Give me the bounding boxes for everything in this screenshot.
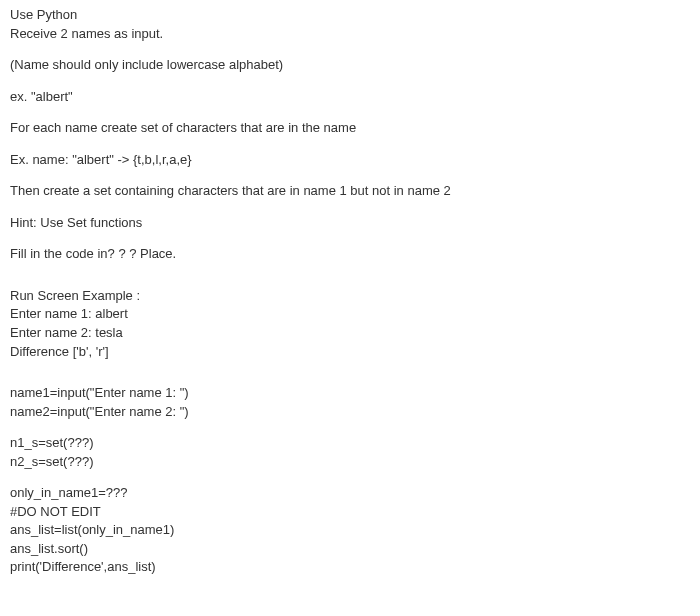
instruction-line: ex. "albert" bbox=[10, 88, 690, 106]
instruction-line: Then create a set containing characters … bbox=[10, 182, 690, 200]
run-example-line: Enter name 1: albert bbox=[10, 305, 690, 323]
code-line-comment: #DO NOT EDIT bbox=[10, 503, 690, 521]
code-line: print('Difference',ans_list) bbox=[10, 558, 690, 576]
instruction-line: (Name should only include lowercase alph… bbox=[10, 56, 690, 74]
code-line: name1=input("Enter name 1: ") bbox=[10, 384, 690, 402]
run-example-line: Difference ['b', 'r'] bbox=[10, 343, 690, 361]
instruction-line: For each name create set of characters t… bbox=[10, 119, 690, 137]
instruction-line: Receive 2 names as input. bbox=[10, 25, 690, 43]
code-block-result: only_in_name1=??? #DO NOT EDIT ans_list=… bbox=[10, 484, 690, 576]
instruction-line: Fill in the code in? ? ? Place. bbox=[10, 245, 690, 263]
run-screen-example: Run Screen Example : Enter name 1: alber… bbox=[10, 287, 690, 360]
code-line: ans_list.sort() bbox=[10, 540, 690, 558]
code-block-inputs: name1=input("Enter name 1: ") name2=inpu… bbox=[10, 384, 690, 420]
code-line: n1_s=set(???) bbox=[10, 434, 690, 452]
code-line: n2_s=set(???) bbox=[10, 453, 690, 471]
instruction-line: Use Python bbox=[10, 6, 690, 24]
code-line: only_in_name1=??? bbox=[10, 484, 690, 502]
instruction-line: Ex. name: "albert" -> {t,b,l,r,a,e} bbox=[10, 151, 690, 169]
problem-statement: Use Python Receive 2 names as input. (Na… bbox=[10, 6, 690, 263]
code-block-sets: n1_s=set(???) n2_s=set(???) bbox=[10, 434, 690, 470]
instruction-line: Hint: Use Set functions bbox=[10, 214, 690, 232]
code-template: name1=input("Enter name 1: ") name2=inpu… bbox=[10, 384, 690, 576]
code-line: ans_list=list(only_in_name1) bbox=[10, 521, 690, 539]
run-example-header: Run Screen Example : bbox=[10, 287, 690, 305]
code-line: name2=input("Enter name 2: ") bbox=[10, 403, 690, 421]
run-example-line: Enter name 2: tesla bbox=[10, 324, 690, 342]
